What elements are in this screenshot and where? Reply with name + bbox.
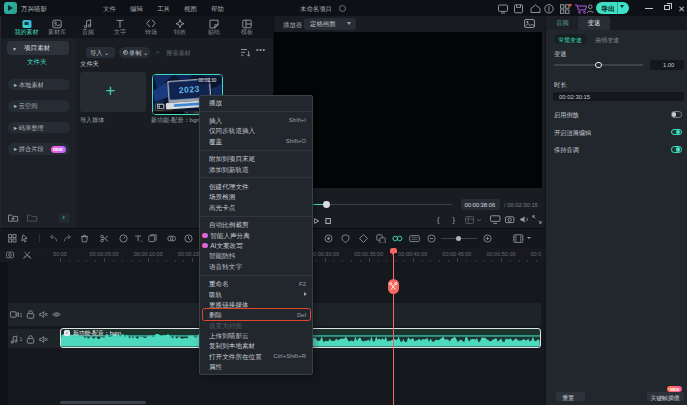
svg-text:2023: 2023 [178,84,200,95]
